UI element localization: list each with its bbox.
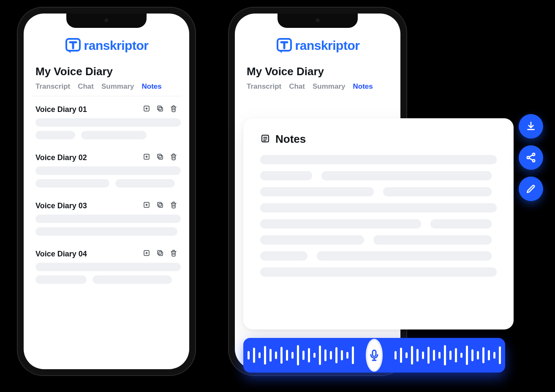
notes-card: Notes (243, 118, 514, 329)
skeleton-line (260, 219, 421, 229)
waveform-bar (427, 347, 430, 364)
waveform-bar (471, 349, 473, 361)
skeleton-line (317, 251, 492, 261)
trash-icon[interactable] (170, 201, 177, 210)
copy-icon[interactable] (156, 153, 164, 162)
tab-summary[interactable]: Summary (101, 82, 134, 91)
trash-icon[interactable] (170, 153, 177, 162)
tab-notes[interactable]: Notes (353, 82, 373, 91)
skeleton-line (260, 155, 497, 164)
waveform-bar (346, 352, 348, 359)
record-button[interactable] (366, 339, 383, 372)
copy-icon[interactable] (156, 249, 164, 259)
list-item-title: Voice Diary 04 (35, 250, 87, 259)
notes-title: Notes (275, 133, 306, 146)
pencil-icon (525, 183, 536, 194)
copy-icon[interactable] (156, 201, 164, 210)
waveform-bar (330, 351, 332, 359)
skeleton-line (383, 187, 492, 196)
list-item-title: Voice Diary 01 (35, 105, 87, 114)
list-item[interactable]: Voice Diary 04 (34, 247, 179, 291)
waveform-bar (499, 346, 501, 364)
waveform-bar (248, 351, 250, 359)
skeleton-line (260, 171, 312, 180)
waveform-bar (488, 350, 490, 360)
waveform-bar (433, 350, 435, 361)
list-item[interactable]: Voice Diary 03 (34, 199, 179, 243)
skeleton-line (260, 267, 497, 277)
svg-rect-9 (158, 202, 161, 206)
tab-summary[interactable]: Summary (313, 82, 345, 91)
diary-list: Voice Diary 01 (31, 102, 182, 291)
svg-rect-8 (159, 204, 163, 207)
waveform-bar (416, 349, 419, 362)
phone-mockup-diary-list: ranskriptor My Voice Diary Transcript Ch… (18, 8, 195, 375)
skeleton-line (35, 166, 181, 175)
download-button[interactable] (519, 114, 543, 139)
waveform-bar (438, 352, 441, 359)
brand-name: ranskriptor (84, 38, 149, 53)
waveform-bar (444, 345, 446, 365)
tab-chat[interactable]: Chat (289, 82, 305, 91)
waveform-bar (280, 347, 283, 364)
brand-logo: ranskriptor (65, 37, 149, 54)
add-icon[interactable] (143, 201, 150, 210)
svg-rect-3 (158, 106, 161, 110)
waveform-bar (460, 353, 462, 358)
record-bar (243, 338, 505, 373)
add-icon[interactable] (143, 153, 150, 162)
skeleton-line (35, 179, 109, 188)
phone-notch (66, 14, 147, 28)
tab-notes[interactable]: Notes (141, 82, 161, 91)
waveform-bar (493, 352, 495, 359)
waveform-bar (482, 347, 484, 363)
waveform-bar (297, 345, 299, 365)
tabs: Transcript Chat Summary Notes (31, 82, 182, 96)
list-item-title: Voice Diary 02 (35, 153, 87, 162)
add-icon[interactable] (143, 105, 150, 114)
trash-icon[interactable] (170, 105, 177, 114)
share-icon (525, 152, 536, 163)
skeleton-line (35, 215, 181, 223)
list-item[interactable]: Voice Diary 01 (34, 102, 179, 147)
microphone-icon (367, 348, 381, 362)
waveform-bar (253, 348, 255, 363)
svg-rect-6 (158, 154, 161, 158)
waveform-bar (313, 353, 316, 358)
waveform-bar (308, 348, 310, 362)
svg-rect-18 (373, 350, 376, 357)
tab-transcript[interactable]: Transcript (35, 82, 70, 91)
list-item[interactable]: Voice Diary 02 (34, 150, 179, 195)
skeleton-line (260, 203, 497, 212)
waveform-bar (324, 349, 326, 361)
skeleton-line (35, 131, 75, 139)
edit-button[interactable] (519, 177, 543, 201)
waveform-bar (477, 351, 479, 359)
waveform-bar (264, 346, 266, 365)
share-button[interactable] (519, 145, 543, 170)
brand-mark-icon (276, 37, 293, 54)
tab-chat[interactable]: Chat (78, 82, 94, 91)
waveform-bar (286, 350, 288, 361)
skeleton-line (81, 131, 147, 139)
notes-icon (260, 133, 270, 145)
waveform-bar (455, 348, 457, 362)
copy-icon[interactable] (156, 105, 164, 114)
waveform-bar (291, 352, 294, 359)
floating-actions (519, 114, 543, 201)
skeleton-line (35, 275, 87, 284)
skeleton-line (373, 235, 492, 245)
brand-logo: ranskriptor (276, 37, 360, 54)
waveform-bar (341, 350, 343, 360)
brand-mark-icon (65, 37, 82, 54)
svg-rect-2 (159, 107, 163, 111)
skeleton-line (35, 263, 181, 271)
trash-icon[interactable] (170, 249, 177, 259)
phone-notch (278, 14, 358, 28)
add-icon[interactable] (143, 249, 150, 259)
brand-name: ranskriptor (295, 38, 360, 53)
page-title: My Voice Diary (35, 65, 177, 78)
waveform-bar (269, 349, 272, 362)
waveform-left (240, 345, 362, 365)
tab-transcript[interactable]: Transcript (247, 82, 281, 91)
